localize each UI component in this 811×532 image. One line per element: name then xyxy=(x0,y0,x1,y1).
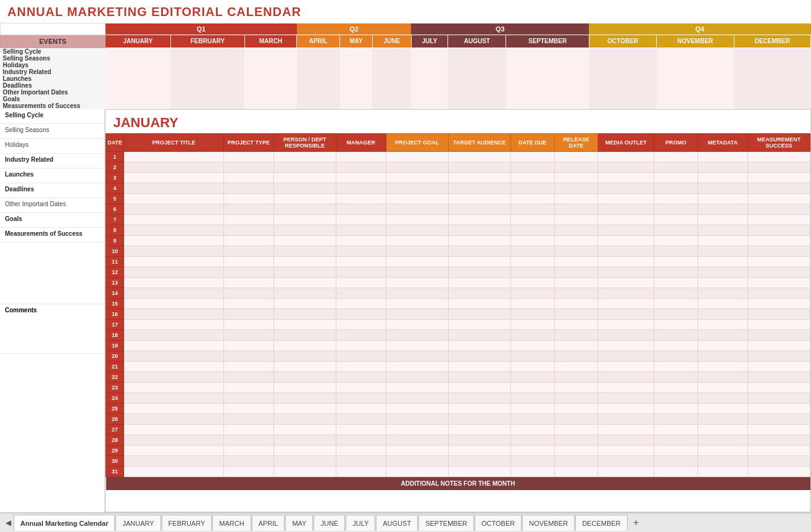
data-cell-31-12[interactable] xyxy=(747,466,810,476)
data-cell-16-1[interactable] xyxy=(124,309,224,319)
data-cell-1-8[interactable] xyxy=(554,151,598,162)
overview-cell-2-6[interactable] xyxy=(411,62,447,69)
data-cell-23-8[interactable] xyxy=(554,382,598,393)
data-cell-13-5[interactable] xyxy=(386,277,448,288)
data-cell-12-9[interactable] xyxy=(598,267,654,277)
data-cell-15-12[interactable] xyxy=(747,298,810,309)
data-cell-19-6[interactable] xyxy=(448,340,510,351)
overview-cell-7-7[interactable] xyxy=(448,96,506,102)
data-cell-25-2[interactable] xyxy=(223,403,273,414)
data-cell-7-6[interactable] xyxy=(448,214,510,225)
overview-cell-8-4[interactable] xyxy=(340,102,373,109)
overview-cell-0-8[interactable] xyxy=(506,48,589,55)
data-cell-21-4[interactable] xyxy=(336,361,386,372)
data-cell-27-11[interactable] xyxy=(697,424,747,434)
overview-cell-0-4[interactable] xyxy=(340,48,373,55)
overview-cell-2-8[interactable] xyxy=(506,62,589,69)
tab-june[interactable]: JUNE xyxy=(314,515,345,531)
data-cell-21-8[interactable] xyxy=(554,361,598,372)
data-cell-12-10[interactable] xyxy=(654,267,698,277)
data-cell-21-11[interactable] xyxy=(697,361,747,372)
data-cell-4-9[interactable] xyxy=(598,183,654,193)
data-cell-16-3[interactable] xyxy=(273,309,336,319)
tab-december[interactable]: DECEMBER xyxy=(575,515,627,531)
data-cell-26-8[interactable] xyxy=(554,414,598,424)
data-cell-2-2[interactable] xyxy=(223,162,273,172)
data-cell-11-11[interactable] xyxy=(697,256,747,267)
data-cell-10-7[interactable] xyxy=(510,246,554,256)
overview-cell-8-7[interactable] xyxy=(448,102,506,109)
data-cell-15-2[interactable] xyxy=(223,298,273,309)
data-cell-4-3[interactable] xyxy=(273,183,336,193)
data-cell-22-1[interactable] xyxy=(124,372,224,382)
data-cell-15-9[interactable] xyxy=(598,298,654,309)
data-cell-28-1[interactable] xyxy=(124,434,224,445)
overview-cell-6-8[interactable] xyxy=(506,89,589,96)
data-cell-23-5[interactable] xyxy=(386,382,448,393)
data-cell-7-8[interactable] xyxy=(554,214,598,225)
data-cell-30-10[interactable] xyxy=(654,455,698,466)
data-cell-9-10[interactable] xyxy=(654,235,698,246)
data-cell-26-5[interactable] xyxy=(386,414,448,424)
data-cell-22-2[interactable] xyxy=(223,372,273,382)
tab-april[interactable]: APRIL xyxy=(252,515,285,531)
data-cell-18-8[interactable] xyxy=(554,330,598,340)
data-cell-23-7[interactable] xyxy=(510,382,554,393)
data-cell-27-6[interactable] xyxy=(448,424,510,434)
data-cell-13-1[interactable] xyxy=(124,277,224,288)
overview-cell-8-0[interactable] xyxy=(106,102,171,109)
data-cell-28-3[interactable] xyxy=(273,434,336,445)
data-cell-25-7[interactable] xyxy=(510,403,554,414)
overview-cell-0-5[interactable] xyxy=(372,48,411,55)
data-cell-17-11[interactable] xyxy=(697,319,747,330)
overview-cell-1-5[interactable] xyxy=(372,55,411,62)
overview-cell-1-3[interactable] xyxy=(297,55,340,62)
data-cell-29-1[interactable] xyxy=(124,445,224,455)
overview-cell-5-8[interactable] xyxy=(506,82,589,89)
data-cell-26-4[interactable] xyxy=(336,414,386,424)
data-cell-5-5[interactable] xyxy=(386,193,448,204)
data-cell-5-12[interactable] xyxy=(747,193,810,204)
overview-cell-0-10[interactable] xyxy=(657,48,734,55)
data-cell-22-8[interactable] xyxy=(554,372,598,382)
data-cell-2-12[interactable] xyxy=(747,162,810,172)
data-cell-14-9[interactable] xyxy=(598,288,654,298)
data-cell-29-2[interactable] xyxy=(223,445,273,455)
data-cell-24-3[interactable] xyxy=(273,393,336,403)
overview-cell-3-1[interactable] xyxy=(170,69,244,75)
data-cell-13-2[interactable] xyxy=(223,277,273,288)
data-cell-26-1[interactable] xyxy=(124,414,224,424)
data-cell-27-12[interactable] xyxy=(747,424,810,434)
data-cell-9-2[interactable] xyxy=(223,235,273,246)
overview-cell-1-1[interactable] xyxy=(170,55,244,62)
data-cell-30-2[interactable] xyxy=(223,455,273,466)
data-cell-20-7[interactable] xyxy=(510,351,554,361)
data-cell-6-5[interactable] xyxy=(386,204,448,214)
overview-cell-3-4[interactable] xyxy=(340,69,373,75)
overview-cell-6-4[interactable] xyxy=(340,89,373,96)
data-cell-28-7[interactable] xyxy=(510,434,554,445)
data-cell-10-8[interactable] xyxy=(554,246,598,256)
data-cell-21-6[interactable] xyxy=(448,361,510,372)
overview-cell-8-2[interactable] xyxy=(244,102,296,109)
data-cell-4-10[interactable] xyxy=(654,183,698,193)
overview-cell-7-3[interactable] xyxy=(297,96,340,102)
data-cell-26-2[interactable] xyxy=(223,414,273,424)
data-cell-2-4[interactable] xyxy=(336,162,386,172)
data-cell-8-7[interactable] xyxy=(510,225,554,235)
data-cell-7-7[interactable] xyxy=(510,214,554,225)
overview-cell-2-5[interactable] xyxy=(372,62,411,69)
data-cell-5-10[interactable] xyxy=(654,193,698,204)
overview-cell-5-2[interactable] xyxy=(244,82,296,89)
data-cell-14-11[interactable] xyxy=(697,288,747,298)
data-cell-17-5[interactable] xyxy=(386,319,448,330)
overview-cell-0-0[interactable] xyxy=(106,48,171,55)
data-cell-19-3[interactable] xyxy=(273,340,336,351)
overview-cell-7-8[interactable] xyxy=(506,96,589,102)
data-cell-17-2[interactable] xyxy=(223,319,273,330)
overview-cell-5-1[interactable] xyxy=(170,82,244,89)
overview-cell-3-11[interactable] xyxy=(734,69,810,75)
overview-cell-3-3[interactable] xyxy=(297,69,340,75)
overview-cell-6-0[interactable] xyxy=(106,89,171,96)
overview-cell-4-6[interactable] xyxy=(411,75,447,82)
